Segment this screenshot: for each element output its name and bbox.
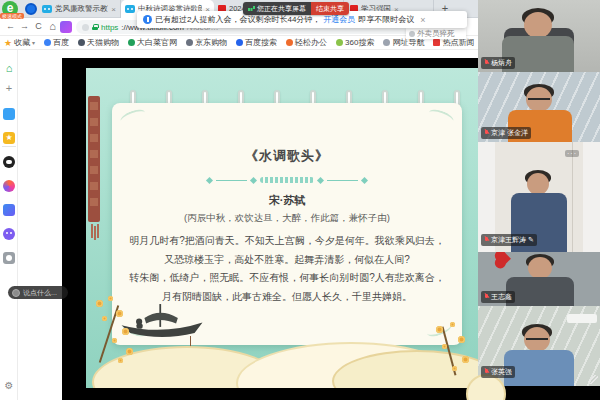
signal-icon — [248, 5, 255, 12]
tab-close-icon[interactable]: × — [111, 5, 116, 14]
stop-share-button[interactable]: 结束共享 — [311, 2, 349, 15]
avatar-icon — [12, 289, 20, 297]
bookmark-icon — [336, 39, 343, 46]
air-conditioner — [567, 314, 597, 323]
video-app-icon[interactable] — [3, 156, 15, 168]
mic-muted-icon — [484, 237, 489, 244]
tab-education-film[interactable]: 党风廉政警示教育片（ × — [38, 0, 121, 18]
bookmark-dabaicai[interactable]: 大白菜官网 — [128, 37, 177, 48]
bilibili-icon — [42, 5, 52, 13]
ai-tools-icon[interactable] — [3, 204, 15, 216]
hanging-scroll-decoration — [88, 96, 100, 222]
poem-card: 《水调歌头》 宋·苏轼 (丙辰中秋，欢饮达旦，大醉，作此篇，兼怀子由) 明月几时… — [112, 103, 462, 345]
participant-name: 京津 张金洋 — [491, 128, 528, 138]
participant-name: 张英强 — [491, 367, 512, 377]
poem-author: 宋·苏轼 — [112, 193, 462, 208]
mic-muted-icon — [484, 369, 489, 376]
notice-suffix: 即享不限时会议 — [358, 14, 414, 25]
participant-tile[interactable]: 杨炳舟 — [478, 0, 600, 72]
notice-close-icon[interactable]: × — [420, 15, 425, 25]
poem-line: 转朱阁，低绮户，照无眠。不应有恨，何事长向别时圆?人有悲欢离合， — [112, 269, 462, 288]
bookmark-icon — [128, 39, 135, 46]
resize-handle[interactable] — [589, 375, 598, 384]
bookmark-jd[interactable]: 京东购物 — [186, 37, 227, 48]
mic-muted-icon — [484, 294, 489, 301]
notice-text: 已有超过2人提前入会，会议剩余时长44分钟， — [155, 14, 320, 25]
bookmark-icon — [44, 39, 51, 46]
profile-icon[interactable] — [25, 3, 37, 15]
bookmark-icon — [186, 39, 193, 46]
upgrade-membership-link[interactable]: 开通会员 — [323, 14, 355, 25]
ai-assistant-icon[interactable] — [3, 180, 15, 192]
home-icon[interactable]: ⌂ — [3, 62, 15, 74]
bookmark-baidu[interactable]: 百度 — [44, 37, 69, 48]
poem-line: 又恐琼楼玉宇，高处不胜寒。起舞弄清影，何似在人间? — [112, 251, 462, 270]
participant-tile[interactable]: 京津 张金洋 — [478, 72, 600, 142]
apps-icon[interactable] — [60, 21, 72, 33]
favorites-icon[interactable]: ★ — [3, 132, 15, 144]
ornamental-divider — [207, 177, 367, 183]
mic-muted-icon — [484, 130, 489, 137]
lock-icon — [92, 24, 98, 30]
participant-name-badge: 京津 张金洋 — [481, 127, 531, 139]
mic-muted-icon — [484, 60, 489, 67]
reader-mode-icon[interactable] — [82, 24, 89, 31]
screen-share-banner: 您正在共享屏幕 结束共享 — [243, 2, 349, 15]
edit-name-icon[interactable]: ✎ — [528, 236, 534, 244]
favorites-label: 收藏 — [14, 37, 30, 48]
video-content: 《水调歌头》 宋·苏轼 (丙辰中秋，欢饮达旦，大醉，作此篇，兼怀子由) 明月几时… — [86, 68, 478, 388]
star-icon: ★ — [4, 38, 12, 48]
back-button[interactable]: ← — [4, 20, 17, 33]
caret-down-icon: ▾ — [32, 39, 35, 46]
bookmark-icon — [286, 39, 293, 46]
video-player[interactable]: 《水调歌头》 宋·苏轼 (丙辰中秋，欢饮达旦，大醉，作此篇，兼怀子由) 明月几时… — [62, 58, 478, 400]
hot-search-suggestion[interactable]: 外卖员猝死 — [406, 28, 466, 39]
gear-icon[interactable]: ⚙ — [3, 380, 15, 392]
participant-name-badge: 杨炳舟 — [481, 57, 515, 69]
screen: e 极速模式 党风廉政警示教育片（ × 中秋诗词鉴赏诗歌朗诵 × 2024年国家… — [0, 0, 600, 400]
browser-side-toolbar: ⌂ + ★ ⚙ — [0, 50, 18, 400]
info-icon — [143, 15, 152, 24]
more-options-button[interactable]: ··· — [565, 150, 579, 157]
share-status-text: 您正在共享屏幕 — [257, 4, 306, 14]
home-button[interactable]: ⌂ — [46, 20, 59, 33]
share-status: 您正在共享屏幕 — [243, 2, 311, 15]
heart-balloon — [496, 252, 511, 266]
participant-name-badge: 王志鑫 — [481, 291, 515, 303]
participant-name-badge: 京津王辉涛 ✎ — [481, 234, 537, 246]
browser-logo-badge: 极速模式 — [0, 13, 24, 19]
hot-search-text: 外卖员猝死 — [417, 29, 455, 39]
meeting-participants-panel: 杨炳舟 京津 张金洋 ··· — [478, 0, 600, 400]
chat-bot-icon[interactable] — [3, 228, 15, 240]
add-icon[interactable]: + — [3, 82, 15, 94]
danmaku-placeholder: 说点什么... — [23, 288, 57, 298]
extension-icon[interactable] — [3, 252, 15, 264]
url-scheme: https — [101, 23, 118, 32]
bilibili-icon — [125, 5, 135, 13]
bookmark-office[interactable]: 轻松办公 — [286, 37, 327, 48]
participant-name: 京津王辉涛 — [491, 235, 526, 245]
poem-title: 《水调歌头》 — [112, 147, 462, 165]
participant-tile[interactable]: 张英强 — [478, 306, 600, 386]
vine-decoration — [427, 107, 456, 127]
participant-name: 杨炳舟 — [491, 58, 512, 68]
bookmark-360-search[interactable]: 360搜索 — [336, 37, 374, 48]
bookmark-icon — [383, 39, 390, 46]
refresh-button[interactable]: C — [32, 20, 45, 33]
collect-icon[interactable] — [3, 108, 15, 120]
poem-line: 明月几时有?把酒问青天。不知天上宫阙，今夕是何年。我欲乘风归去， — [112, 232, 462, 251]
poem-body: 明月几时有?把酒问青天。不知天上宫阙，今夕是何年。我欲乘风归去， 又恐琼楼玉宇，… — [112, 232, 462, 306]
bookmark-icon — [433, 39, 440, 46]
favorites-menu[interactable]: ★ 收藏 ▾ — [4, 37, 35, 48]
forward-button[interactable]: → — [18, 20, 31, 33]
participant-name: 王志鑫 — [491, 292, 512, 302]
tab-label: 党风廉政警示教育片（ — [55, 4, 108, 14]
participant-tile[interactable]: 王志鑫 — [478, 252, 600, 306]
participant-tile[interactable]: ··· 京津王辉涛 ✎ — [478, 142, 600, 252]
danmaku-input[interactable]: 说点什么... — [8, 286, 68, 299]
osmanthus-flowers-right — [422, 318, 478, 388]
bookmark-baidu-search[interactable]: 百度搜索 — [236, 37, 277, 48]
poem-preface: (丙辰中秋，欢饮达旦，大醉，作此篇，兼怀子由) — [112, 212, 462, 225]
bookmark-tmall[interactable]: 天猫购物 — [78, 37, 119, 48]
osmanthus-flowers-left — [86, 294, 152, 386]
